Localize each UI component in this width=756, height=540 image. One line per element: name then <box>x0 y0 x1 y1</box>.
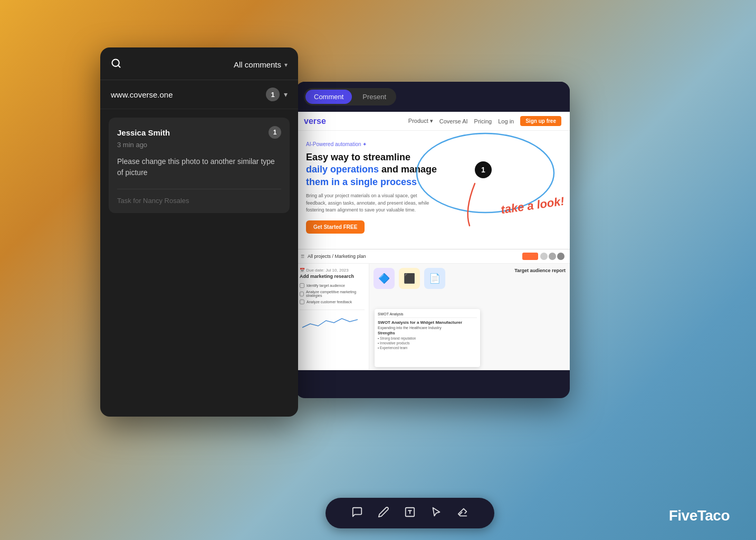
toolbar-text-icon[interactable] <box>404 506 416 520</box>
comments-header: All comments ▾ <box>100 47 298 80</box>
tab-group: Comment Present <box>304 88 396 105</box>
comment-author: Jessica Smith <box>117 128 170 137</box>
browser-topbar: Comment Present <box>295 82 570 112</box>
take-a-look-annotation: take a look! <box>500 194 565 217</box>
annotation-number-badge: 1 <box>475 161 492 178</box>
all-comments-filter[interactable]: All comments ▾ <box>234 60 288 69</box>
url-label: www.coverse.one <box>111 90 173 99</box>
task-item-2: Analyze competitive marketing strategies <box>306 290 365 297</box>
get-started-button[interactable]: Get Started FREE <box>306 220 365 234</box>
hero-line4: them in a single process <box>306 177 417 187</box>
nav-product: Product ▾ <box>408 118 433 124</box>
hero-line2: daily operations <box>306 164 379 175</box>
webpage-hero: AI-Powered automation ✦ Easy way to stre… <box>295 131 570 239</box>
annotation-arrow-svg <box>454 178 570 257</box>
comment-task-label: Task for Nancy Rosales <box>117 189 281 205</box>
tab-comment[interactable]: Comment <box>305 90 352 104</box>
url-controls: 1 ▾ <box>266 88 288 101</box>
webpage-logo: verse <box>304 117 326 126</box>
toolbar-eraser-icon[interactable] <box>457 506 468 520</box>
hero-title: Easy way to streamline daily operations … <box>306 151 454 188</box>
tab-present[interactable]: Present <box>354 90 395 104</box>
task-item-1: Identify target audience <box>307 284 345 287</box>
browser-panel: Comment Present verse Product ▾ Coverse … <box>295 82 570 398</box>
task-title: Add marketing research <box>300 274 365 279</box>
toolbar-cursor-icon[interactable] <box>430 506 442 520</box>
inner-panel-title: All projects / Marketing plan <box>308 254 366 259</box>
bottom-toolbar <box>326 498 494 528</box>
comments-panel: All comments ▾ www.coverse.one 1 ▾ Jessi… <box>100 47 298 417</box>
comment-body: Please change this photo to another simi… <box>117 156 281 178</box>
webpage-nav-links: Product ▾ Coverse AI Pricing Log in Sign… <box>408 116 561 126</box>
hero-line1: Easy way to streamline <box>306 152 410 162</box>
comment-card: Jessica Smith 1 3 min ago Please change … <box>109 118 290 213</box>
hero-description: Bring all your project materials on a vi… <box>306 192 433 214</box>
url-chevron-icon[interactable]: ▾ <box>284 90 288 99</box>
ai-badge: AI-Powered automation ✦ <box>306 141 559 147</box>
browser-content: verse Product ▾ Coverse AI Pricing Log i… <box>295 112 570 370</box>
target-audience-label: Target audience report <box>514 268 566 273</box>
comment-author-row: Jessica Smith 1 <box>117 126 281 139</box>
webpage-nav: verse Product ▾ Coverse AI Pricing Log i… <box>295 112 570 131</box>
search-icon[interactable] <box>111 58 121 71</box>
url-count-badge: 1 <box>266 88 280 101</box>
chevron-down-icon: ▾ <box>284 61 288 69</box>
inner-screenshot: ☰ All projects / Marketing plan 📅 Due da… <box>295 249 570 370</box>
signup-button[interactable]: Sign up free <box>520 116 561 126</box>
task-item-3: Analyze customer feedback <box>307 300 352 304</box>
fivetaco-branding: FiveTaco <box>669 507 730 524</box>
url-row: www.coverse.one 1 ▾ <box>100 80 298 109</box>
comment-timestamp: 3 min ago <box>117 141 281 149</box>
nav-login: Log in <box>498 118 514 124</box>
comment-count-badge: 1 <box>269 126 281 139</box>
nav-pricing: Pricing <box>474 118 492 124</box>
nav-ai: Coverse AI <box>439 118 468 124</box>
hero-line3: and manage <box>381 164 437 175</box>
toolbar-pencil-icon[interactable] <box>378 506 389 520</box>
svg-line-1 <box>118 65 120 68</box>
toolbar-comment-icon[interactable] <box>351 506 363 520</box>
